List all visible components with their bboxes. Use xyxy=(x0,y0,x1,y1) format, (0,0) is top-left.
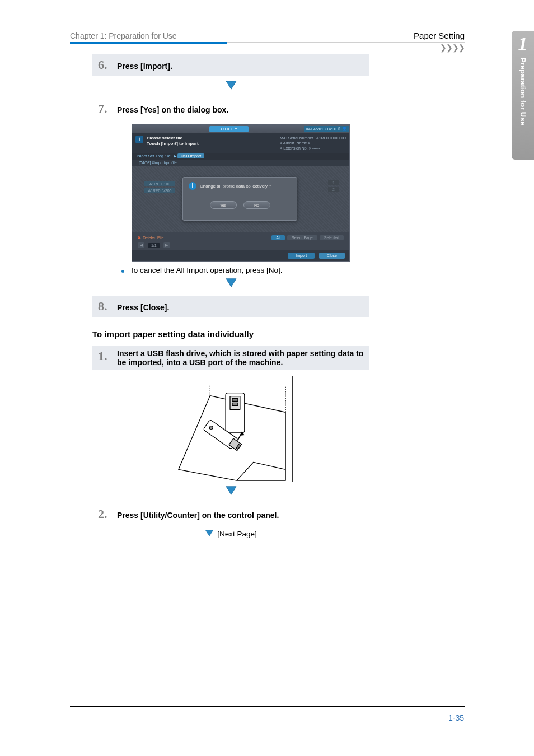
step-text: Insert a USB flash drive, which is store… xyxy=(117,349,364,367)
next-arrow-icon xyxy=(205,529,214,539)
chapter-tab-label: Preparation for Use xyxy=(519,58,527,125)
usb-port-figure xyxy=(170,376,293,482)
breadcrumb-active[interactable]: USB Import xyxy=(177,153,204,158)
memory-icon: ▯ xyxy=(338,127,340,131)
all-chip[interactable]: All xyxy=(271,235,285,240)
import-button[interactable]: Import xyxy=(288,253,315,259)
page-next-icon[interactable]: ▶ xyxy=(163,242,170,248)
datetime: 04/04/2013 14:30 ▯ 👤 xyxy=(304,126,350,132)
svg-rect-5 xyxy=(232,403,237,405)
utility-label: UTILITY xyxy=(209,126,249,132)
step-6: 6. Press [Import]. xyxy=(92,54,369,76)
bullet-icon xyxy=(121,270,124,273)
step-text: Press [Utility/Counter] on the control p… xyxy=(117,511,279,520)
svg-marker-1 xyxy=(226,279,236,287)
step-number: 1. xyxy=(98,349,110,363)
yes-button[interactable]: Yes xyxy=(210,201,237,209)
step-1-sub: 1. Insert a USB flash drive, which is st… xyxy=(92,346,369,370)
step-number: 7. xyxy=(98,101,110,116)
step-8: 8. Press [Close]. xyxy=(92,296,369,317)
selected-chip[interactable]: Selected xyxy=(320,235,344,240)
step-text: Press [Yes] on the dialog box. xyxy=(117,105,228,114)
chapter-tab: 1 Preparation for Use xyxy=(512,31,534,160)
select-page-chip[interactable]: Select Page xyxy=(287,235,317,240)
subsection-heading: To import paper setting data individuall… xyxy=(92,329,369,339)
step-number: 2. xyxy=(98,507,110,521)
breadcrumb-left: Paper Set. Reg./Del. ▶ xyxy=(137,154,176,158)
step-7: 7. Press [Yes] on the dialog box. xyxy=(92,98,369,119)
note-bullet: To cancel the All Import operation, pres… xyxy=(121,266,369,274)
step-2-sub: 2. Press [Utility/Counter] on the contro… xyxy=(92,503,369,525)
serial-label: M/C Serial Number : A1RF001000009 xyxy=(280,136,346,141)
page-prev-icon[interactable]: ◀ xyxy=(138,242,144,248)
svg-marker-12 xyxy=(206,530,213,536)
confirm-dialog: i Change all profile data collectively ?… xyxy=(182,177,297,221)
step-number: 6. xyxy=(98,58,110,72)
dialog-info-icon: i xyxy=(189,182,196,190)
note-text: To cancel the All Import operation, pres… xyxy=(130,266,282,274)
admin-label: < Admin. Name > xyxy=(280,141,346,146)
screenshot-subhead: [04/03] #import/profile xyxy=(132,160,349,166)
page-count: 1/1 xyxy=(148,243,160,248)
next-page-label: [Next Page] xyxy=(217,530,257,538)
info-line-2: Touch [Import] to import xyxy=(147,141,199,147)
row-indicator-1: 1 xyxy=(328,180,339,185)
dialog-message: Change all profile data collectively ? xyxy=(200,184,271,189)
ext-label: < Extension No. > ------ xyxy=(280,146,346,151)
chapter-title: Chapter 1: Preparation for Use xyxy=(70,31,177,40)
close-button[interactable]: Close xyxy=(319,253,345,259)
chapter-tab-number: 1 xyxy=(518,34,528,53)
page-number: 1-35 xyxy=(448,713,464,722)
header-arrows-icon: ❯❯❯❯ xyxy=(440,43,465,52)
svg-marker-11 xyxy=(226,487,236,494)
down-arrow-icon xyxy=(92,278,369,290)
footer-divider xyxy=(70,706,465,707)
info-line-1: Please select file xyxy=(147,136,199,141)
person-icon: 👤 xyxy=(342,127,347,131)
deleted-file-label: ✖Deleted File xyxy=(138,236,163,240)
down-arrow-icon xyxy=(92,80,369,92)
file-item-1[interactable]: A1RF00100 xyxy=(144,181,175,186)
file-item-2[interactable]: A1RF0_V200 xyxy=(144,188,175,193)
utility-screenshot: UTILITY 04/04/2013 14:30 ▯ 👤 i Please se… xyxy=(132,124,350,262)
down-arrow-icon xyxy=(92,486,369,498)
row-indicator-2: 2 xyxy=(328,187,339,192)
info-icon: i xyxy=(135,136,143,143)
header-underline xyxy=(70,42,465,44)
svg-marker-0 xyxy=(226,81,236,89)
step-text: Press [Import]. xyxy=(117,62,172,71)
no-button[interactable]: No xyxy=(243,201,270,209)
step-text: Press [Close]. xyxy=(117,303,169,312)
file-list: A1RF00100 A1RF0_V200 xyxy=(144,181,175,195)
next-page-link[interactable]: [Next Page] xyxy=(92,529,369,539)
step-number: 8. xyxy=(98,299,110,314)
section-title: Paper Setting xyxy=(414,31,465,40)
svg-rect-4 xyxy=(232,399,237,402)
